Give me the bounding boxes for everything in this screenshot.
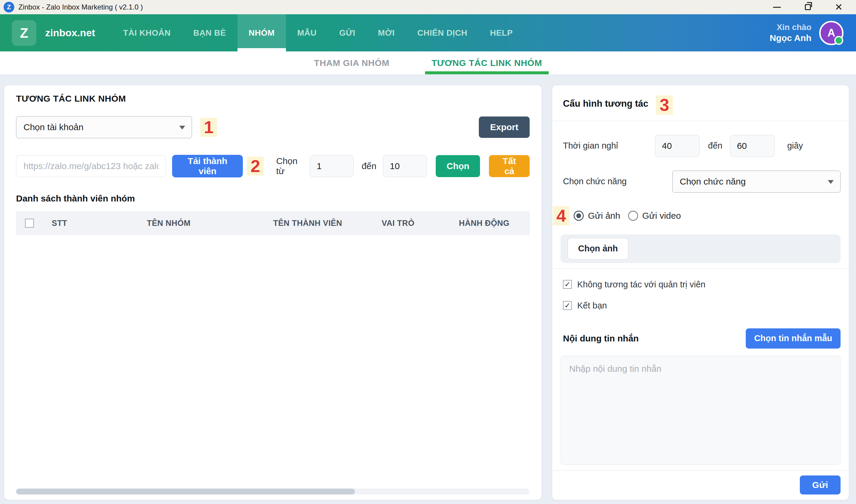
no-admin-checkbox[interactable]: ✓: [563, 280, 572, 289]
window-title: Zinbox - Zalo Inbox Marketing ( v2.1.0 ): [18, 3, 143, 11]
nav-spacer: [524, 14, 769, 51]
load-members-button[interactable]: Tải thành viên: [172, 155, 243, 177]
rest-to-label: đến: [708, 141, 722, 151]
radio-send-image-label[interactable]: Gửi ảnh: [588, 211, 620, 221]
message-label: Nội dung tin nhắn: [563, 334, 639, 344]
member-table-header: STT TÊN NHÓM TÊN THÀNH VIÊN VAI TRÒ HÀNH…: [16, 211, 530, 235]
rest-time-label: Thời gian nghỉ: [563, 141, 655, 151]
friend-label[interactable]: Kết bạn: [577, 301, 607, 310]
range-to-label: đến: [361, 161, 376, 171]
check-icon: ✓: [565, 280, 570, 289]
window-controls: ✕: [771, 1, 853, 13]
minimize-icon: [773, 7, 781, 8]
select-all-checkbox[interactable]: [25, 219, 34, 228]
message-placeholder: Nhập nội dung tin nhắn: [569, 364, 661, 374]
zone-divider: [552, 268, 849, 269]
avatar[interactable]: A: [819, 21, 843, 45]
brand-logo-icon[interactable]: Z: [12, 20, 36, 46]
tab-strip: THAM GIA NHÓM TƯƠNG TÁC LINK NHÓM: [0, 51, 856, 74]
select-range-button[interactable]: Chọn: [436, 155, 480, 177]
close-icon: ✕: [835, 2, 843, 12]
function-row: Chọn chức năng Chọn chức năng: [560, 170, 840, 193]
group-link-input[interactable]: [16, 155, 166, 177]
config-header: Cấu hình tương tác 3: [560, 94, 840, 116]
left-panel-title: TƯƠNG TÁC LINK NHÓM: [16, 94, 530, 104]
left-panel: TƯƠNG TÁC LINK NHÓM Chọn tài khoản 1 Exp…: [4, 85, 541, 500]
send-button[interactable]: Gửi: [800, 475, 840, 494]
function-label: Chọn chức năng: [563, 177, 627, 186]
choose-template-button[interactable]: Chọn tin nhắn mẫu: [746, 328, 840, 348]
app-logo-icon: Z: [3, 2, 14, 13]
account-row: Chọn tài khoản 1 Export: [16, 116, 530, 138]
nav-item-ban-be[interactable]: BẠN BÈ: [182, 14, 237, 51]
tab-tuong-tac-link-nhom[interactable]: TƯƠNG TÁC LINK NHÓM: [430, 51, 544, 74]
col-hanh-dong: HÀNH ĐỘNG: [450, 219, 530, 228]
titlebar: Z Zinbox - Zalo Inbox Marketing ( v2.1.0…: [0, 0, 856, 14]
restore-icon: [805, 4, 811, 10]
page-content: TƯƠNG TÁC LINK NHÓM Chọn tài khoản 1 Exp…: [0, 74, 856, 504]
col-vai-tro: VAI TRÒ: [373, 219, 450, 228]
radio-send-video[interactable]: [628, 211, 638, 221]
brand-name[interactable]: zinbox.net: [45, 27, 95, 39]
annotation-4: 4: [553, 206, 569, 226]
close-button[interactable]: ✕: [833, 1, 845, 13]
nav-item-gui[interactable]: GỬI: [328, 14, 367, 51]
image-picker-zone: Chọn ảnh: [560, 234, 840, 263]
radio-send-image[interactable]: [574, 211, 584, 221]
range-from-input[interactable]: [310, 155, 354, 177]
nav-item-mau[interactable]: MẪU: [286, 14, 328, 51]
config-title: Cấu hình tương tác: [563, 98, 648, 109]
col-stt: STT: [43, 219, 138, 228]
user-name: Ngọc Anh: [769, 32, 812, 44]
radio-dot-icon: [576, 213, 581, 218]
message-textarea[interactable]: Nhập nội dung tin nhắn: [560, 356, 840, 465]
no-admin-label[interactable]: Không tương tác với quản trị viên: [577, 280, 705, 289]
export-button[interactable]: Export: [479, 116, 530, 138]
function-select[interactable]: Chọn chức năng: [672, 170, 840, 193]
member-list-title: Danh sách thành viên nhóm: [16, 194, 530, 203]
rest-time-row: Thời gian nghỉ đến giây: [560, 135, 840, 157]
nav-item-chien-dich[interactable]: CHIẾN DỊCH: [406, 14, 479, 51]
range-from-label: Chọn từ: [276, 156, 303, 176]
function-select-value: Chọn chức năng: [680, 177, 746, 187]
horizontal-scrollbar-thumb[interactable]: [16, 488, 355, 494]
config-footer: Gửi: [552, 470, 849, 494]
restore-button[interactable]: [802, 1, 814, 13]
horizontal-scrollbar[interactable]: [16, 488, 530, 494]
message-header: Nội dung tin nhắn Chọn tin nhắn mẫu: [560, 328, 840, 348]
friend-row: ✓ Kết bạn: [560, 301, 840, 310]
rest-from-input[interactable]: [655, 135, 700, 157]
col-ten-thanh-vien: TÊN THÀNH VIÊN: [264, 219, 373, 228]
nav-item-help[interactable]: HELP: [479, 14, 524, 51]
rest-unit-label: giây: [787, 141, 803, 151]
annotation-1: 1: [200, 118, 217, 137]
rest-to-input[interactable]: [730, 135, 774, 157]
range-to-input[interactable]: [383, 155, 427, 177]
user-greeting: Xin chào Ngọc Anh: [769, 22, 812, 44]
col-ten-nhom: TÊN NHÓM: [138, 219, 264, 228]
tab-tham-gia-nhom[interactable]: THAM GIA NHÓM: [312, 51, 391, 74]
main-navbar: Z zinbox.net TÀI KHOẢN BẠN BÈ NHÓM MẪU G…: [0, 14, 856, 51]
account-select[interactable]: Chọn tài khoản: [16, 116, 192, 138]
member-table-empty-body: [16, 235, 530, 486]
load-members-row: Tải thành viên 2 Chọn từ đến Chọn Tất cả: [16, 155, 530, 177]
online-status-icon: [834, 36, 843, 45]
greeting-text: Xin chào: [769, 22, 812, 32]
minimize-button[interactable]: [771, 1, 783, 13]
nav-item-nhom[interactable]: NHÓM: [237, 14, 286, 51]
annotation-3: 3: [656, 95, 673, 115]
account-select-value: Chọn tài khoản: [23, 122, 84, 132]
annotation-2: 2: [247, 157, 264, 176]
header-divider: [552, 121, 849, 121]
friend-checkbox[interactable]: ✓: [563, 301, 572, 310]
right-panel: Cấu hình tương tác 3 Thời gian nghỉ đến …: [552, 85, 849, 500]
no-admin-row: ✓ Không tương tác với quản trị viên: [560, 280, 840, 289]
nav-item-moi[interactable]: MỜI: [367, 14, 406, 51]
choose-image-button[interactable]: Chọn ảnh: [568, 238, 628, 259]
nav-item-tai-khoan[interactable]: TÀI KHOẢN: [112, 14, 182, 51]
avatar-letter: A: [827, 27, 835, 39]
select-all-button[interactable]: Tất cả: [489, 155, 530, 177]
check-icon: ✓: [565, 301, 570, 310]
radio-send-video-label[interactable]: Gửi video: [642, 211, 681, 221]
select-all-checkbox-cell: [16, 219, 43, 228]
